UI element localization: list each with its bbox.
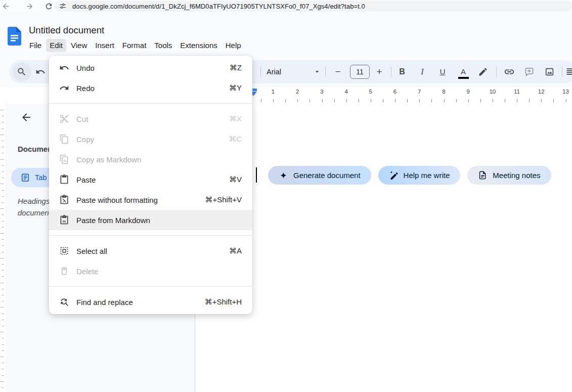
vertical-ruler-tick (2, 153, 4, 153)
menu-item-label: Paste (76, 176, 96, 184)
text-color-button[interactable]: A (457, 60, 470, 83)
ruler-tick (334, 99, 335, 102)
align-icon[interactable] (565, 60, 572, 83)
ruler-tick (553, 99, 554, 102)
vertical-ruler-tick (0, 233, 4, 234)
menu-extensions[interactable]: Extensions (177, 39, 221, 52)
browser-toolbar: docs.google.com/document/d/1_DkZcj_f6MD0… (0, 0, 572, 13)
menu-item-label: Delete (76, 267, 98, 276)
ruler-tick (371, 99, 371, 102)
site-settings-icon[interactable] (59, 2, 67, 10)
docs-logo[interactable] (8, 27, 21, 46)
meeting-notes-button[interactable]: Meeting notes (467, 166, 551, 185)
menu-item-label: Redo (76, 84, 95, 93)
menu-item-shortcut: ⌘+Shift+V (205, 195, 242, 204)
vertical-ruler-tick (0, 110, 4, 110)
menu-file[interactable]: File (26, 39, 45, 52)
vertical-ruler-tick (2, 171, 4, 172)
search-icon[interactable] (17, 60, 27, 83)
browser-back-icon[interactable] (2, 2, 10, 11)
menu-view[interactable]: View (67, 39, 91, 52)
address-bar[interactable]: docs.google.com/document/d/1_DkZcj_f6MD0… (54, 1, 572, 12)
highlighter-icon[interactable] (478, 60, 488, 83)
vertical-ruler-tick (2, 202, 4, 203)
pen-spark-icon (389, 170, 399, 180)
paste-from-markdown-icon: m (59, 215, 69, 225)
redo-icon (59, 83, 69, 93)
svg-text:m: m (63, 159, 66, 163)
ruler-tick (529, 99, 530, 102)
ruler-tick (468, 99, 469, 102)
increase-font-size-button[interactable]: + (373, 60, 385, 83)
menu-item-paste[interactable]: Paste⌘V (49, 169, 252, 190)
bold-button[interactable]: B (396, 60, 408, 83)
menu-separator (49, 286, 252, 287)
menu-tools[interactable]: Tools (151, 39, 175, 52)
vertical-ruler-tick (2, 369, 4, 369)
delete-icon (59, 266, 69, 276)
menu-item-shortcut: ⌘A (229, 246, 242, 255)
ruler-number: 12 (536, 89, 547, 95)
font-size-input[interactable]: 11 (350, 65, 370, 79)
menu-item-label: Find and replace (76, 298, 133, 307)
underline-button[interactable]: U (436, 60, 449, 83)
image-icon[interactable] (544, 60, 555, 83)
vertical-ruler-tick (2, 141, 4, 141)
vertical-ruler-tick (2, 375, 4, 376)
menu-item-label: Copy as Markdown (76, 155, 141, 164)
document-title[interactable]: Untitled document (29, 25, 104, 36)
link-icon[interactable] (504, 60, 515, 83)
ruler-tick (285, 99, 286, 102)
menu-item-label: Select all (76, 247, 107, 255)
ruler-number: 4 (341, 89, 352, 95)
ruler-number: 3 (316, 89, 327, 95)
menu-item-select-all[interactable]: Select all⌘A (49, 241, 252, 261)
vertical-ruler-tick (0, 135, 4, 135)
reload-icon[interactable] (45, 2, 53, 11)
menu-item-cut: Cut⌘X (49, 109, 252, 129)
menu-item-paste-from-markdown[interactable]: mPaste from Markdown (49, 210, 252, 230)
ruler-number: 10 (487, 89, 498, 95)
copy-as-markdown-icon: m (59, 154, 69, 164)
ruler-tick (419, 99, 420, 102)
generate-document-button[interactable]: Generate document (268, 166, 371, 185)
menu-help[interactable]: Help (222, 39, 245, 52)
italic-button[interactable]: I (416, 60, 428, 83)
ruler-tick (383, 99, 383, 102)
menu-item-paste-without-formatting[interactable]: Paste without formatting⌘+Shift+V (49, 190, 252, 210)
arrow-back-icon[interactable] (20, 111, 32, 123)
chip-label: Help me write (404, 171, 450, 180)
menu-item-shortcut: ⌘X (229, 114, 242, 123)
decrease-font-size-button[interactable]: − (332, 60, 344, 83)
menu-item-redo[interactable]: Redo⌘Y (49, 78, 252, 98)
toolbar-undo-icon[interactable] (35, 60, 46, 83)
menu-item-label: Copy (76, 135, 94, 144)
caret-down-icon[interactable] (313, 60, 321, 83)
vertical-ruler-tick (0, 258, 4, 258)
vertical-ruler-tick (2, 264, 4, 265)
vertical-ruler-tick (2, 190, 4, 191)
vertical-ruler-tick (0, 159, 4, 160)
vertical-ruler-tick (2, 338, 4, 338)
vertical-ruler-tick (0, 357, 4, 357)
ruler-tick (273, 99, 274, 102)
ruler-tick (505, 99, 505, 102)
menu-edit[interactable]: Edit (46, 39, 66, 52)
add-comment-icon[interactable] (524, 60, 535, 83)
menu-item-delete: Delete (49, 261, 252, 281)
vertical-ruler-tick (2, 239, 4, 240)
browser-forward-icon[interactable] (25, 2, 34, 11)
vertical-ruler-tick (2, 276, 4, 277)
ruler-tick (517, 99, 517, 102)
ruler-number: 11 (511, 89, 522, 95)
sparkle-icon (279, 170, 288, 180)
menu-insert[interactable]: Insert (92, 39, 118, 52)
menu-item-find-and-replace[interactable]: Find and replace⌘+Shift+H (49, 292, 252, 312)
url-text[interactable]: docs.google.com/document/d/1_DkZcj_f6MD0… (72, 3, 365, 10)
menu-format[interactable]: Format (119, 39, 150, 52)
font-family-select[interactable]: Arial (267, 60, 306, 83)
ruler-tick (359, 99, 359, 102)
help-me-write-button[interactable]: Help me write (378, 166, 461, 185)
menu-item-undo[interactable]: Undo⌘Z (49, 58, 252, 78)
chip-label: Generate document (293, 171, 361, 180)
